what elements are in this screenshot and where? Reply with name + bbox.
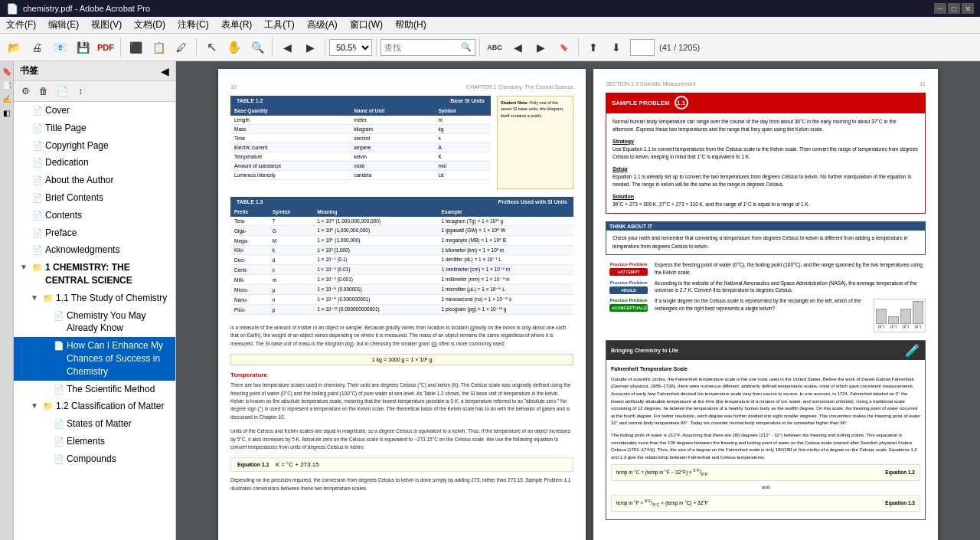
separator-5 [376,38,377,57]
signatures-panel-icon[interactable]: ✍ [2,93,12,104]
bookmark-ch1-1[interactable]: ▼ 📁 1.1 The Study of Chemistry [14,290,175,307]
bookmarks-header: 书签 ◀ [14,61,175,81]
abc-button[interactable]: ABC [484,37,505,58]
hand-tool[interactable]: ✋ [224,37,245,58]
close-button[interactable]: ✕ [962,3,974,14]
next-page[interactable]: ▶ [299,37,321,58]
email-button[interactable]: 📧 [49,37,70,58]
bookmark-scientific-method[interactable]: 📄 The Scientific Method [14,381,175,398]
bookmark-nav[interactable]: 🔖 [553,37,574,58]
menu-file[interactable]: 文件(F) [0,17,42,33]
bookmark-move-btn[interactable]: ↕ [72,83,89,100]
bookmark-about-author[interactable]: 📄 About the Author [14,172,175,189]
menu-forms[interactable]: 表单(R) [215,17,259,33]
bookmark-acknowledgments[interactable]: 📄 Acknowledgments [14,241,175,259]
create-button[interactable]: 📋 [148,37,169,58]
page-input[interactable]: 10 [630,39,655,56]
zoom-select[interactable]: 50.5% 75% 100% 125% 150% [329,39,372,56]
and-text: and [611,484,920,492]
document-area: 10 CHAPTER 1 Chemistry: The Central Scie… [176,61,980,540]
select-tool[interactable]: ↖ [201,37,222,58]
menu-help[interactable]: 帮助(H) [389,17,433,33]
prev-page[interactable]: ◀ [276,37,298,58]
menu-advanced[interactable]: 高级(A) [301,17,344,33]
bookmark-label: Brief Contents [45,191,172,205]
page-left-num: 10 [230,84,237,90]
page-icon: 📄 [54,340,64,352]
menu-view[interactable]: 视图(V) [85,17,128,33]
bookmark-cover[interactable]: 📄 Cover [14,102,175,119]
search-input[interactable] [384,43,461,52]
window-title: chemistry.pdf - Adobe Acrobat Pro [23,4,929,13]
nav-next[interactable]: ⬇ [606,37,627,58]
bookmark-new-btn[interactable]: 📄 [54,83,70,100]
menu-window[interactable]: 窗口(W) [344,17,389,33]
next-result[interactable]: ▶ [530,37,551,58]
table-row: Timeseconds [230,134,491,143]
bookmark-label: Cover [45,104,172,117]
bar-3 [900,309,911,324]
bookmark-chem-you-know[interactable]: 📄 Chemistry You May Already Know [14,307,175,338]
table-row: Milli-m1 × 10⁻³ (0.001)1 millimeter (mm)… [230,275,573,285]
save-button[interactable]: 💾 [72,37,93,58]
bookmark-dedication[interactable]: 📄 Dedication [14,154,175,172]
page-icon: 📄 [32,140,43,152]
think-header: THINK ABOUT IT [606,222,925,231]
bookmark-copyright[interactable]: 📄 Copyright Page [14,137,175,155]
bookmark-title-page[interactable]: 📄 Title Page [14,119,175,137]
table1-title: TABLE 1.2 [237,98,263,103]
menu-edit[interactable]: 编辑(E) [42,17,85,33]
table1-header: TABLE 1.2 Base SI Units [230,96,491,106]
eq3-formula: temp in °F = 9°F/5°C × (temp in °C) + 32… [616,498,708,509]
bookmark-delete-btn[interactable]: 🗑 [35,83,52,100]
page-icon: 📄 [32,123,43,134]
search-button[interactable]: 🔍 [461,42,472,52]
page-icon: 📄 [54,384,64,395]
bookmark-settings-btn[interactable]: ⚙ [17,83,34,100]
col-symbol: Symbol [434,106,491,116]
table-row: Deci-d1 × 10⁻¹ (0.1)1 deciliter (dL) = 1… [230,255,573,265]
table-row: Electric currentampereA [230,143,491,152]
eq3-label: Equation 1.3 [885,499,915,507]
bookmark-how-can[interactable]: 📄 How Can I Enhance My Chances of Succes… [14,337,175,380]
pdf-button[interactable]: PDF [95,37,116,58]
sp-solution-label: Solution [612,192,919,201]
minimize-button[interactable]: ─ [934,3,946,14]
bookmark-preface[interactable]: 📄 Preface [14,224,175,242]
layers-panel-icon[interactable]: ◧ [2,107,12,118]
bringing-icon: 🧪 [905,343,920,358]
table-row: Giga-G1 × 10⁹ (1,000,000,000)1 gigawatt … [230,226,573,236]
bookmark-ch1[interactable]: ▼ 📁 1 CHEMISTRY: THE CENTRAL SCIENCE [14,259,175,290]
separator-7 [578,38,579,57]
bookmarks-panel-icon[interactable]: 🔖 [2,66,12,77]
menu-tools[interactable]: 工具(T) [258,17,300,33]
temp-text-2: Units of the Celsius and Kelvin scales a… [230,427,573,451]
menu-annotate[interactable]: 注释(C) [172,17,215,33]
zoom-tool[interactable]: 🔍 [247,37,268,58]
nav-prev[interactable]: ⬆ [583,37,604,58]
menu-document[interactable]: 文档(D) [128,17,172,33]
table2-subtitle: Prefixes Used with SI Units [498,199,567,205]
open-button[interactable]: 📂 [3,37,24,58]
table-row: Nano-n1 × 10⁻⁹ (0.000000001)1 nanosecond… [230,295,573,305]
bookmark-compounds[interactable]: 📄 Compounds [14,450,175,468]
main-layout: 🔖 📑 ✍ ◧ 书签 ◀ ⚙ 🗑 📄 ↕ [0,61,980,540]
table-note: Student Note: Only one of the seven SI b… [497,96,573,189]
forms-button[interactable]: 🖊 [171,37,192,58]
toggle-icon: ▼ [31,293,41,303]
bookmark-label: Compounds [67,453,172,466]
maximize-button[interactable]: □ [948,3,960,14]
sp-setup-label: Setup [612,165,919,173]
scan-button[interactable]: ⬛ [125,37,146,58]
bookmark-states-of-matter[interactable]: 📄 States of Matter [14,415,175,433]
collapse-panel-button[interactable]: ◀ [161,65,169,77]
page-right: SECTION 1.3 Scientific Measurement 11 SA… [593,69,938,540]
print-button[interactable]: 🖨 [26,37,47,58]
bookmark-contents[interactable]: 📄 Contents [14,207,175,224]
sp-strategy-text: Use Equation 1.1 to convert temperatures… [612,146,919,162]
pages-panel-icon[interactable]: 📑 [2,80,12,90]
bookmark-elements[interactable]: 📄 Elements [14,433,175,450]
bookmark-ch1-2[interactable]: ▼ 📁 1.2 Classification of Matter [14,398,175,415]
bookmark-brief-contents[interactable]: 📄 Brief Contents [14,189,175,207]
prev-result[interactable]: ◀ [507,37,528,58]
